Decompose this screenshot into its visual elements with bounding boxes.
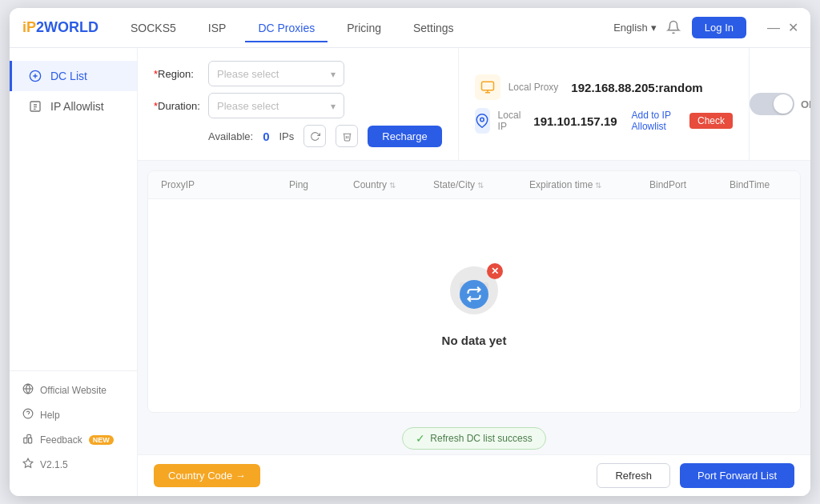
region-label: *Region: (154, 68, 202, 80)
sidebar-item-help[interactable]: Help (10, 402, 137, 427)
region-placeholder: Please select (217, 68, 279, 80)
main-content: DC List IP Allowlist (10, 48, 810, 496)
col-expiration[interactable]: Expiration time ⇅ (529, 179, 649, 190)
local-ip-item: Local IP 191.101.157.19 Add to IP Allowl… (475, 108, 733, 134)
logo-world: WORLD (44, 19, 98, 35)
proxy-info-combined: Local Proxy 192.168.88.205:random Local … (458, 48, 749, 160)
svg-rect-8 (24, 438, 27, 442)
chevron-down-icon (331, 100, 336, 112)
language-label: English (613, 22, 648, 34)
no-data-text: No data yet (442, 334, 507, 347)
add-to-allowlist-link[interactable]: Add to IP Allowlist (632, 110, 677, 132)
official-website-label: Official Website (40, 385, 107, 396)
col-bind-time[interactable]: BindTime (730, 179, 801, 190)
tab-isp[interactable]: ISP (195, 15, 239, 42)
login-button[interactable]: Log In (692, 17, 746, 38)
help-icon (22, 408, 34, 422)
available-unit: IPs (279, 130, 294, 142)
sort-icon: ⇅ (389, 181, 396, 190)
check-button[interactable]: Check (689, 113, 733, 129)
list-icon (28, 69, 42, 83)
toggle-container[interactable]: OFF (750, 93, 810, 115)
refresh-icon-btn[interactable] (303, 125, 326, 147)
app-logo: iP2WORLD (22, 19, 98, 36)
sidebar: DC List IP Allowlist (10, 48, 138, 496)
local-proxy-label: Local Proxy (508, 82, 559, 93)
feedback-label: Feedback (40, 434, 82, 446)
bottom-bar: Country Code → Refresh Port Forward List (138, 454, 810, 496)
svg-rect-11 (481, 82, 493, 90)
logo-ip: iP (22, 19, 36, 35)
refresh-button[interactable]: Refresh (597, 463, 670, 488)
sidebar-item-feedback[interactable]: Feedback NEW (10, 427, 137, 452)
sort-icon: ⇅ (595, 181, 601, 190)
available-label: Available: (208, 130, 253, 142)
bell-icon[interactable] (666, 20, 682, 36)
sidebar-item-ip-allowlist[interactable]: IP Allowlist (10, 91, 137, 122)
feedback-icon (22, 433, 34, 446)
local-ip-label: Local IP (498, 110, 521, 132)
sidebar-item-official-website[interactable]: Official Website (10, 378, 137, 402)
title-bar: iP2WORLD SOCKS5 ISP DC Proxies Pricing S… (10, 8, 810, 48)
minimize-button[interactable]: — (769, 23, 778, 33)
recharge-button[interactable]: Recharge (368, 126, 441, 147)
col-country[interactable]: Country ⇅ (353, 179, 433, 190)
svg-point-14 (480, 118, 484, 122)
tab-dc-proxies[interactable]: DC Proxies (245, 15, 328, 42)
country-code-button[interactable]: Country Code → (154, 464, 260, 487)
check-icon: ✓ (416, 432, 425, 445)
region-select[interactable]: Please select (208, 61, 344, 86)
region-form-group: *Region: Please select (154, 61, 442, 86)
version-icon (22, 458, 34, 471)
duration-select[interactable]: Please select (208, 93, 344, 118)
sidebar-item-version: V2.1.5 (10, 452, 137, 477)
toggle-panel: OFF (749, 48, 810, 160)
svg-marker-10 (23, 458, 33, 467)
bottom-right: Refresh Port Forward List (597, 463, 794, 488)
version-label: V2.1.5 (40, 459, 68, 470)
top-combined: *Region: Please select *Duration: Please… (138, 48, 810, 161)
port-forward-button[interactable]: Port Forward List (680, 463, 794, 488)
help-label: Help (40, 410, 60, 421)
tab-settings[interactable]: Settings (400, 15, 467, 42)
sort-icon: ⇅ (477, 181, 484, 190)
status-toast: ✓ Refresh DC list success (138, 422, 810, 454)
svg-rect-9 (29, 438, 32, 442)
duration-label: *Duration: (154, 100, 202, 112)
sidebar-item-label: DC List (50, 70, 87, 82)
duration-form-group: *Duration: Please select (154, 93, 442, 118)
local-proxy-value: 192.168.88.205:random (571, 81, 702, 94)
col-proxy-ip[interactable]: ProxyIP (161, 179, 289, 190)
proxy-icon-box (475, 74, 500, 100)
local-ip-icon-box (475, 108, 490, 134)
delete-icon-btn[interactable] (336, 125, 358, 147)
no-data-illustration: ✕ (442, 260, 506, 324)
sidebar-item-label: IP Allowlist (50, 100, 104, 113)
toggle-thumb (774, 94, 793, 114)
right-panel: *Region: Please select *Duration: Please… (138, 48, 810, 496)
new-badge: NEW (89, 435, 114, 445)
toggle-switch[interactable] (750, 93, 794, 115)
proxy-table: ProxyIP Ping Country ⇅ State/City ⇅ Expi (147, 170, 801, 413)
available-count: 0 (263, 130, 269, 143)
sidebar-item-dc-list[interactable]: DC List (10, 61, 137, 91)
close-button[interactable]: ✕ (788, 23, 798, 33)
tab-pricing[interactable]: Pricing (334, 15, 394, 42)
no-data-state: ✕ No data yet (148, 199, 800, 407)
toast-message: Refresh DC list success (430, 433, 532, 444)
tab-socks5[interactable]: SOCKS5 (118, 15, 189, 42)
language-selector[interactable]: English ▾ (613, 22, 657, 34)
shield-icon (28, 99, 42, 114)
title-bar-right: English ▾ Log In — ✕ (613, 17, 798, 38)
col-bind-port[interactable]: BindPort (649, 179, 730, 190)
toast-inner: ✓ Refresh DC list success (402, 427, 545, 450)
table-header: ProxyIP Ping Country ⇅ State/City ⇅ Expi (148, 171, 800, 199)
col-ping[interactable]: Ping (289, 179, 353, 190)
window-controls: — ✕ (769, 23, 798, 33)
available-row: Available: 0 IPs (154, 125, 442, 147)
logo-2: 2 (36, 19, 44, 35)
col-state-city[interactable]: State/City ⇅ (433, 179, 529, 190)
chevron-down-icon (331, 68, 336, 80)
toggle-label: OFF (801, 98, 810, 110)
left-config: *Region: Please select *Duration: Please… (138, 48, 458, 160)
